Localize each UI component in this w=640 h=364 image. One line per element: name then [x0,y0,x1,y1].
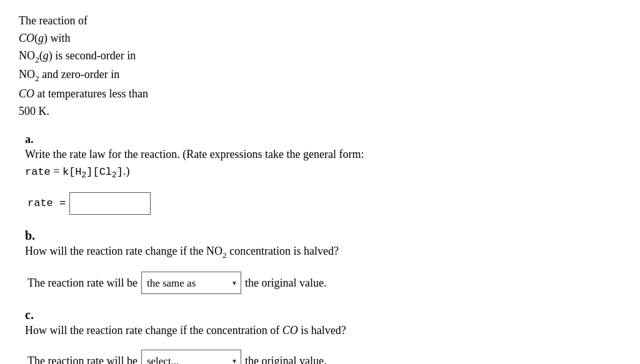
intro-line-4: NO2 and zero-order in [19,66,621,86]
part-b-answer-suffix: the original value. [245,277,326,290]
part-a-answer-line: rate = [28,192,601,215]
part-c-dropdown[interactable]: select... the same as half of one-fourth… [141,350,241,364]
part-b-answer-prefix: The reaction rate will be [28,277,138,290]
intro-line-6: 500 K. [19,103,621,121]
part-c: c. How will the reaction rate change if … [25,308,621,364]
part-c-answer-prefix: The reaction rate will be [28,355,138,364]
part-a-content: Write the rate law for the reaction. (Ra… [25,146,601,215]
part-c-content: How will the reaction rate change if the… [25,322,601,364]
part-c-dropdown-wrapper[interactable]: select... the same as half of one-fourth… [141,350,241,364]
part-a: a. Write the rate law for the reaction. … [25,133,621,215]
part-b-dropdown[interactable]: the same as half of one-fourth of double… [141,272,241,294]
part-c-answer-line: The reaction rate will be select... the … [28,350,601,364]
part-c-label: c. [25,308,42,322]
part-b: b. How will the reaction rate change if … [25,229,621,295]
part-c-answer-suffix: the original value. [245,355,326,364]
part-a-rate-label: rate = [28,197,66,209]
intro-line-5: CO at temperatures less than [19,86,621,103]
part-b-label: b. [25,229,42,243]
part-b-answer-line: The reaction rate will be the same as ha… [28,272,601,294]
part-b-question: How will the reaction rate change if the… [25,243,601,262]
part-a-answer-box[interactable] [69,192,151,215]
part-a-hint: rate = k[H2][Cl2].) [25,163,601,182]
part-b-dropdown-wrapper[interactable]: the same as half of one-fourth of double… [141,272,241,294]
part-a-question: Write the rate law for the reaction. (Ra… [25,146,601,164]
intro-line-3: NO2(g) is second-order in [19,47,621,67]
intro-line-2: CO(g) with [19,30,621,47]
part-c-question: How will the reaction rate change if the… [25,322,601,340]
problem-intro: The reaction of CO(g) with NO2(g) is sec… [19,12,621,121]
part-b-content: How will the reaction rate change if the… [25,243,601,295]
part-a-label: a. [25,133,42,146]
parts-container: a. Write the rate law for the reaction. … [25,133,621,364]
intro-line-1: The reaction of [19,12,621,30]
